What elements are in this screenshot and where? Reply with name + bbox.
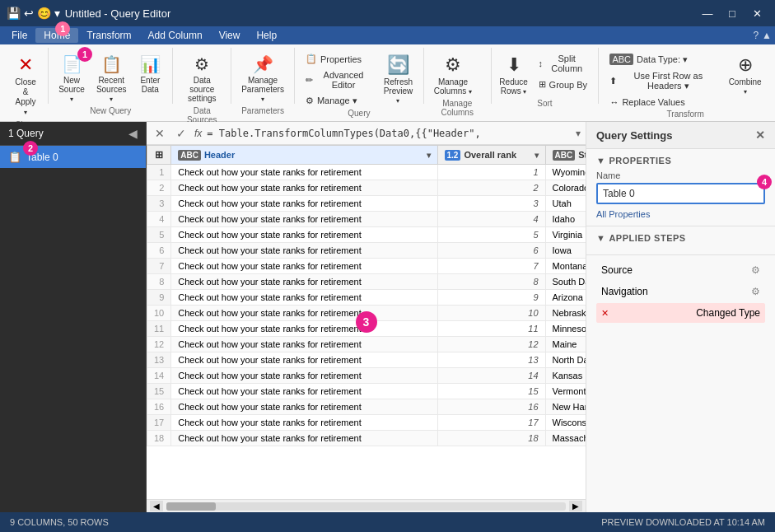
step-gear-icon[interactable]: ⚙ (751, 264, 760, 276)
minimize-button[interactable]: — (696, 5, 719, 21)
refresh-preview-button[interactable]: 🔄 RefreshPreview ▾ (378, 51, 418, 108)
table-row[interactable]: 13Check out how your state ranks for ret… (147, 352, 586, 368)
combine-button[interactable]: ⊕ Combine ▾ (723, 51, 767, 99)
applied-step-changed-type[interactable]: ✕Changed Type (596, 303, 765, 323)
menu-help[interactable]: Help (248, 28, 285, 43)
table-row[interactable]: 4Check out how your state ranks for reti… (147, 212, 586, 227)
cell-header: Check out how your state ranks for retir… (171, 431, 437, 446)
table-row[interactable]: 1Check out how your state ranks for reti… (147, 165, 586, 180)
properties-section: ▼ PROPERTIES Name 4 All Properties (586, 149, 775, 226)
table-row[interactable]: 12Check out how your state ranks for ret… (147, 337, 586, 352)
cell-rank: 9 (437, 290, 545, 306)
table-row[interactable]: 2Check out how your state ranks for reti… (147, 180, 586, 196)
close-window-button[interactable]: ✕ (745, 5, 768, 21)
table-row[interactable]: 5Check out how your state ranks for reti… (147, 227, 586, 243)
cell-rank: 2 (437, 180, 545, 196)
formula-input[interactable] (207, 128, 571, 139)
table-row[interactable]: 11Check out how your state ranks for ret… (147, 321, 586, 337)
table-row[interactable]: 9Check out how your state ranks for reti… (147, 290, 586, 306)
step-gear-icon[interactable]: ⚙ (751, 286, 760, 297)
close-apply-button[interactable]: ✕ Close &Apply ▾ (8, 51, 43, 120)
cell-header: Check out how your state ranks for retir… (171, 165, 437, 180)
cell-rank: 12 (437, 337, 545, 352)
cell-rank: 8 (437, 274, 545, 290)
manage-columns-button[interactable]: ⚙ ManageColumns ▾ (429, 51, 477, 99)
applied-steps-section: ▼ APPLIED STEPS (586, 226, 775, 255)
table-row[interactable]: 15Check out how your state ranks for ret… (147, 384, 586, 399)
recent-sources-button[interactable]: 📋 RecentSources ▾ (91, 51, 131, 106)
use-first-row-button[interactable]: ⬆ Use First Row as Headers ▾ (604, 68, 721, 94)
menu-add-column[interactable]: Add Column (140, 28, 211, 43)
col-header-state[interactable]: ABC State ▾ (545, 146, 586, 165)
formula-cancel-button[interactable]: ✕ (152, 125, 168, 142)
replace-values-button[interactable]: ↔ Replace Values (604, 95, 721, 110)
formula-fx-label: fx (194, 128, 202, 139)
settings-header: Query Settings ✕ (586, 122, 775, 149)
scrollbar-thumb[interactable] (166, 502, 216, 511)
applied-steps-label: APPLIED STEPS (609, 233, 685, 243)
table-row[interactable]: 16Check out how your state ranks for ret… (147, 399, 586, 415)
menu-file[interactable]: File (3, 28, 35, 43)
scroll-right-button[interactable]: ▶ (569, 501, 582, 511)
applied-step-navigation[interactable]: Navigation⚙ (596, 282, 765, 301)
expand-icon[interactable]: ▲ (762, 30, 772, 41)
maximize-button[interactable]: □ (721, 5, 744, 21)
advanced-editor-button[interactable]: ✏ Advanced Editor (300, 68, 376, 92)
title-bar-controls[interactable]: — □ ✕ (696, 5, 768, 21)
split-column-button[interactable]: ↕ Split Column (533, 51, 594, 76)
table-row[interactable]: 14Check out how your state ranks for ret… (147, 368, 586, 384)
row-number: 18 (147, 431, 171, 446)
step-name: Changed Type (696, 307, 760, 319)
cell-header: Check out how your state ranks for retir… (171, 384, 437, 399)
table-row[interactable]: 6Check out how your state ranks for reti… (147, 243, 586, 259)
horizontal-scrollbar[interactable]: ◀ ▶ (147, 499, 586, 512)
row-number: 15 (147, 384, 171, 399)
applied-step-source[interactable]: Source⚙ (596, 260, 765, 280)
col-filter-header[interactable]: ▾ (427, 151, 431, 160)
col-header-header[interactable]: ABC Header ▾ (171, 146, 437, 165)
manage-button[interactable]: ⚙ Manage ▾ (300, 93, 376, 109)
col-filter-overall-rank[interactable]: ▾ (535, 151, 539, 160)
menu-view[interactable]: View (211, 28, 249, 43)
scroll-left-button[interactable]: ◀ (150, 501, 163, 511)
new-source-button[interactable]: 📄 NewSource ▾ 1 (54, 51, 90, 106)
steps-collapse-icon[interactable]: ▼ (596, 233, 605, 243)
data-source-settings-button[interactable]: ⚙ Data sourcesettings (178, 51, 226, 106)
section-collapse-icon[interactable]: ▼ (596, 156, 605, 166)
row-number: 11 (147, 321, 171, 337)
help-icon[interactable]: ? (753, 30, 759, 41)
properties-button[interactable]: 📋 Properties (300, 51, 376, 67)
data-type-button[interactable]: ABC Data Type: ▾ (604, 51, 721, 68)
formula-confirm-button[interactable]: ✓ (173, 125, 189, 142)
menu-home[interactable]: Home 1 (35, 28, 78, 43)
reduce-rows-button[interactable]: ⬇ ReduceRows ▾ (497, 51, 531, 99)
table-row[interactable]: 17Check out how your state ranks for ret… (147, 415, 586, 431)
table-row[interactable]: 10Check out how your state ranks for ret… (147, 306, 586, 321)
group-by-button[interactable]: ⊞ Group By (533, 77, 594, 92)
split-column-icon: ↕ (539, 58, 544, 68)
manage-label: Manage ▾ (317, 96, 357, 106)
table-row[interactable]: 18Check out how your state ranks for ret… (147, 431, 586, 446)
queries-collapse-button[interactable]: ◀ (128, 127, 138, 140)
query-name-input[interactable] (596, 183, 765, 204)
query-item-table0[interactable]: 📋 Table 0 2 (0, 146, 146, 168)
formula-dropdown-icon[interactable]: ▾ (576, 128, 581, 139)
transform-buttons: ABC Data Type: ▾ ⬆ Use First Row as Head… (604, 51, 767, 110)
manage-icon: ⚙ (306, 96, 314, 106)
table-row[interactable]: 3Check out how your state ranks for reti… (147, 196, 586, 212)
cell-rank: 6 (437, 243, 545, 259)
col-name-header: Header (204, 150, 235, 160)
enter-data-button[interactable]: 📊 EnterData (133, 51, 167, 97)
table-row[interactable]: 7Check out how your state ranks for reti… (147, 259, 586, 274)
menu-transform[interactable]: Transform (78, 28, 139, 43)
badge-4: 4 (757, 175, 772, 189)
col-header-overall-rank[interactable]: 1.2 Overall rank ▾ (437, 146, 545, 165)
scrollbar-track[interactable] (166, 502, 566, 511)
manage-parameters-button[interactable]: 📌 ManageParameters ▾ (236, 51, 289, 106)
all-properties-link[interactable]: All Properties (596, 209, 765, 219)
data-grid[interactable]: ⊞ ABC Header ▾ 1.2 (147, 145, 586, 499)
row-number: 6 (147, 243, 171, 259)
settings-close-button[interactable]: ✕ (755, 128, 765, 142)
table-row[interactable]: 8Check out how your state ranks for reti… (147, 274, 586, 290)
ribbon-group-sort: ⬇ ReduceRows ▾ ↕ Split Column ⊞ Group By… (492, 48, 600, 104)
